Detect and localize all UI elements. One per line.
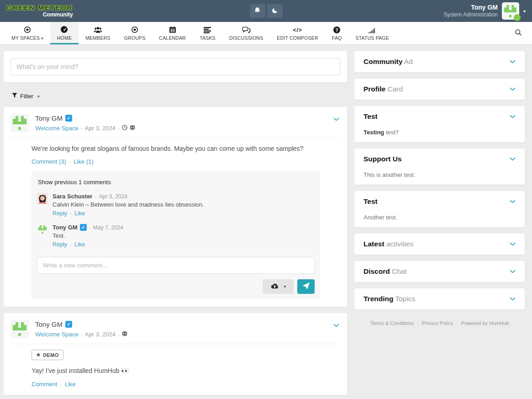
separator	[118, 125, 120, 132]
tab-tasks[interactable]: TASKS	[193, 22, 222, 44]
dot-circle-icon	[24, 26, 31, 33]
comment-link[interactable]: Comment	[32, 381, 57, 388]
notifications-button[interactable]	[250, 4, 265, 18]
comment-author-link[interactable]: Sara Schuster	[53, 193, 92, 200]
post-date[interactable]: Apr 3, 2024	[85, 331, 116, 338]
comment-author-link[interactable]: Tony GM	[53, 224, 78, 231]
panel-title: Profile Card	[363, 85, 403, 93]
nav-label: STATUS PAGE	[355, 35, 389, 41]
chevron-down-icon[interactable]	[333, 321, 339, 329]
bell-icon	[254, 7, 261, 15]
comment-date: May 7, 2024	[93, 224, 123, 231]
nav-label: HOME	[57, 35, 72, 41]
send-comment-button[interactable]	[297, 279, 315, 294]
user-menu[interactable]: Tony GM System Administration ▾	[443, 2, 526, 20]
panel-body: Testing test?	[363, 129, 516, 136]
nav-label: MY SPACES	[11, 35, 40, 41]
caret-down-icon: ▾	[41, 36, 43, 41]
caret-down-icon: ▾	[284, 284, 286, 289]
filter-funnel-icon	[12, 93, 17, 100]
terms-link[interactable]: Terms & Conditions	[370, 320, 414, 326]
tab-my-spaces[interactable]: MY SPACES▾	[5, 22, 50, 44]
chevron-down-icon[interactable]	[510, 60, 516, 64]
signal-bars-icon	[369, 26, 376, 33]
tab-members[interactable]: MEMBERS	[79, 22, 117, 44]
powered-by-link[interactable]: Powered by HumHub	[461, 320, 509, 326]
reply-link[interactable]: Reply	[53, 210, 67, 217]
comment-date: Apr 3, 2024	[99, 193, 127, 200]
chevron-down-icon[interactable]	[510, 200, 516, 203]
demo-topic-badge[interactable]: ★ DEMO	[32, 350, 63, 360]
like-link[interactable]: Like	[74, 210, 85, 217]
tab-discussions[interactable]: DISCUSSIONS	[222, 22, 270, 44]
post-text: Yay! I've just installed HumHub 👀	[32, 366, 340, 375]
search-button[interactable]	[505, 22, 532, 44]
chevron-down-icon[interactable]	[510, 157, 516, 161]
comment-link[interactable]: Comment (3)	[32, 158, 66, 165]
filter-label: Filter	[20, 93, 33, 100]
tab-calendar[interactable]: CALENDAR	[152, 22, 193, 44]
post-author-link[interactable]: Tony GM	[35, 320, 63, 328]
chevron-down-icon[interactable]: ▾	[523, 9, 526, 14]
globe-icon	[122, 331, 127, 338]
stream-filter[interactable]: Filter ▾	[4, 89, 347, 107]
nav-label: CALENDAR	[159, 35, 186, 41]
show-previous-comments-link[interactable]: Show previous 1 comments	[38, 179, 111, 186]
avatar[interactable]	[37, 193, 48, 204]
privacy-link[interactable]: Privacy Policy	[422, 320, 453, 326]
identicon-avatar-image	[13, 322, 26, 336]
space-link[interactable]: Welcome Space	[35, 125, 78, 132]
comment-text: Test.	[53, 232, 123, 239]
logo-title: GREEN METEOR	[6, 4, 73, 12]
avatar[interactable]	[37, 224, 48, 235]
chevron-down-icon[interactable]	[510, 242, 516, 246]
post-author-link[interactable]: Tony GM	[35, 114, 63, 122]
user-name: Tony GM	[443, 4, 498, 12]
avatar[interactable]	[502, 2, 519, 20]
tab-edit-composer[interactable]: </> EDIT COMPOSER	[270, 22, 325, 44]
like-link[interactable]: Like	[74, 241, 85, 248]
post-composer-input[interactable]	[11, 58, 340, 75]
panel-test-1: Test Testing test?	[354, 106, 525, 142]
tab-status-page[interactable]: STATUS PAGE	[348, 22, 395, 44]
chevron-down-icon[interactable]	[333, 115, 339, 123]
tab-groups[interactable]: GROUPS	[117, 22, 153, 44]
chevron-down-icon[interactable]	[510, 270, 516, 273]
post-text: We're looking for great slogans of famou…	[32, 144, 340, 153]
avatar[interactable]	[11, 320, 29, 338]
panel-community-ad: Community Ad	[354, 51, 525, 72]
post-date[interactable]: Apr 3, 2024	[85, 125, 116, 132]
avatar[interactable]	[11, 114, 29, 132]
online-status-dot	[514, 14, 521, 21]
chevron-down-icon[interactable]	[510, 115, 516, 118]
globe-icon	[130, 125, 135, 132]
tab-faq[interactable]: ? FAQ	[325, 22, 349, 44]
comment-item: Tony GM ✓ May 7, 2024 Test. Reply Like	[37, 224, 315, 248]
nav-label: EDIT COMPOSER	[277, 35, 318, 41]
verified-badge-icon: ✓	[65, 115, 72, 122]
caret-down-icon: ▾	[37, 94, 40, 99]
verified-badge-icon: ✓	[65, 321, 72, 328]
separator	[89, 224, 91, 231]
comment-text: Calvin Klein – Between love and madness …	[53, 201, 204, 208]
space-link[interactable]: Welcome Space	[35, 331, 78, 338]
like-link[interactable]: Like (1)	[74, 158, 93, 165]
tab-home[interactable]: HOME	[50, 22, 79, 44]
comments-icon	[242, 26, 251, 33]
user-role: System Administration	[443, 11, 498, 18]
logo[interactable]: GREEN METEOR Community	[6, 4, 73, 18]
chevron-down-icon[interactable]	[510, 297, 516, 301]
separator	[80, 331, 82, 338]
chevron-down-icon[interactable]	[510, 87, 516, 91]
like-link[interactable]: Like	[65, 381, 76, 388]
cloud-upload-icon	[270, 283, 279, 291]
users-icon	[94, 26, 102, 33]
separator	[417, 320, 419, 326]
dark-mode-button[interactable]	[267, 4, 283, 18]
separator	[95, 193, 96, 200]
reply-link[interactable]: Reply	[53, 241, 67, 248]
file-upload-button[interactable]: ▾	[263, 279, 294, 294]
nav-label: GROUPS	[124, 35, 146, 41]
new-comment-input[interactable]	[37, 257, 315, 274]
clock-icon	[122, 125, 127, 132]
